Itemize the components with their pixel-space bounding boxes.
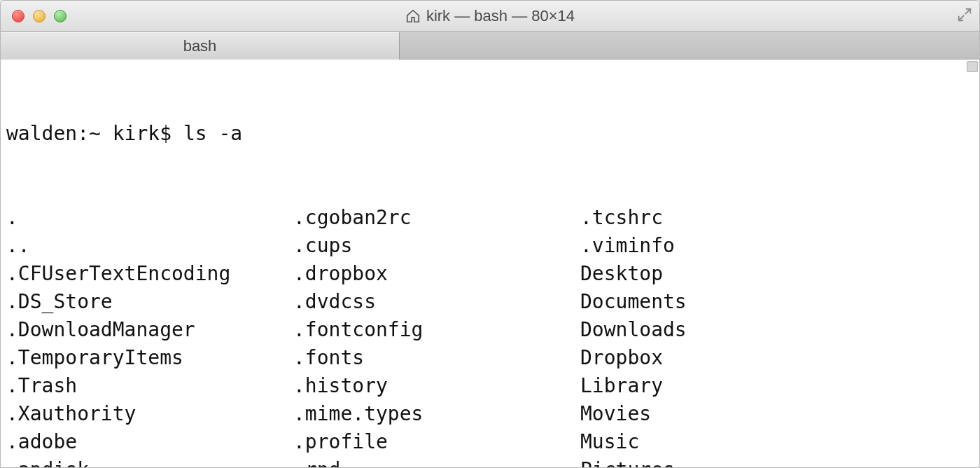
- file-entry: .viminfo: [580, 232, 867, 260]
- tab-label: bash: [183, 37, 217, 55]
- close-button[interactable]: [12, 10, 24, 22]
- file-entry: .fontconfig: [293, 316, 580, 344]
- window-title-text: kirk — bash — 80×14: [426, 7, 575, 25]
- home-icon: [405, 8, 421, 24]
- file-entry: .Trash: [6, 372, 293, 400]
- file-entry: .apdisk: [6, 456, 293, 468]
- file-entry: .history: [293, 372, 580, 400]
- file-entry: Downloads: [580, 316, 867, 344]
- file-entry: Music: [580, 428, 867, 456]
- file-entry: Movies: [580, 400, 867, 428]
- file-entry: Dropbox: [580, 344, 867, 372]
- file-entry: Library: [580, 372, 867, 400]
- terminal-output: walden:~ kirk$ ls -a ....CFUserTextEncod…: [6, 64, 962, 467]
- file-entry: .DS_Store: [6, 288, 293, 316]
- minimize-button[interactable]: [33, 10, 46, 22]
- file-entry: .rnd: [293, 456, 580, 468]
- file-entry: ..: [6, 232, 293, 260]
- file-entry: .cups: [293, 232, 580, 260]
- command-text: ls -a: [183, 122, 242, 145]
- tab-bar: bash: [1, 32, 979, 60]
- file-entry: .adobe: [6, 428, 293, 456]
- file-entry: .dvdcss: [293, 288, 580, 316]
- window-titlebar: kirk — bash — 80×14: [1, 1, 979, 32]
- zoom-button[interactable]: [54, 10, 66, 22]
- shell-prompt: walden:~ kirk$: [6, 122, 172, 145]
- ls-column-2: .cgoban2rc.cups.dropbox.dvdcss.fontconfi…: [293, 204, 580, 468]
- window-title: kirk — bash — 80×14: [1, 7, 979, 25]
- file-entry: Documents: [580, 288, 867, 316]
- file-entry: .DownloadManager: [6, 316, 293, 344]
- ls-column-3: .tcshrc.viminfoDesktopDocumentsDownloads…: [580, 204, 867, 468]
- file-entry: Desktop: [580, 260, 867, 288]
- file-entry: .TemporaryItems: [6, 344, 293, 372]
- ls-column-1: ....CFUserTextEncoding.DS_Store.Download…: [6, 204, 293, 468]
- file-entry: .Xauthority: [6, 400, 293, 428]
- file-entry: .CFUserTextEncoding: [6, 260, 293, 288]
- terminal-viewport[interactable]: walden:~ kirk$ ls -a ....CFUserTextEncod…: [1, 60, 979, 467]
- terminal-window: kirk — bash — 80×14 bash walden:~ kirk$ …: [0, 0, 980, 468]
- file-entry: .dropbox: [293, 260, 580, 288]
- file-entry: .cgoban2rc: [293, 204, 580, 232]
- scroll-indicator[interactable]: [967, 61, 978, 72]
- file-entry: .tcshrc: [580, 204, 867, 232]
- file-entry: .mime.types: [293, 400, 580, 428]
- file-entry: Pictures: [580, 456, 867, 468]
- fullscreen-icon[interactable]: [957, 7, 972, 25]
- ls-output: ....CFUserTextEncoding.DS_Store.Download…: [6, 204, 962, 468]
- command-line: walden:~ kirk$ ls -a: [6, 120, 962, 148]
- tab-bash[interactable]: bash: [1, 32, 400, 60]
- file-entry: .fonts: [293, 344, 580, 372]
- window-controls: [12, 10, 66, 22]
- file-entry: .: [6, 204, 293, 232]
- file-entry: .profile: [293, 428, 580, 456]
